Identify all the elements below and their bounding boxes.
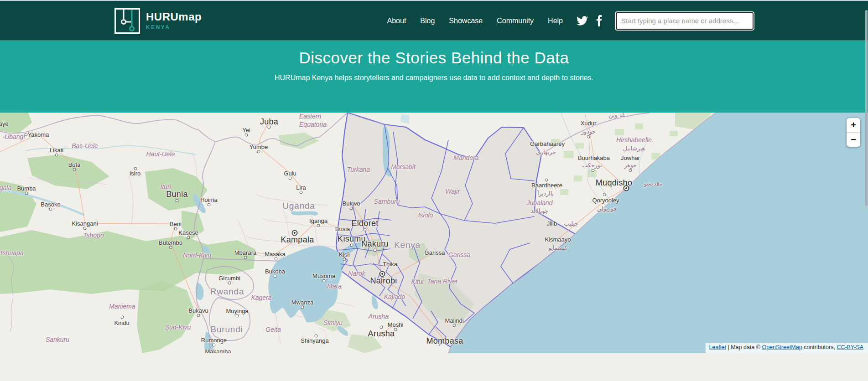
search-input[interactable] bbox=[616, 12, 754, 30]
cc-by-sa-link[interactable]: CC-BY-SA bbox=[837, 344, 863, 350]
brand-subtitle: KENYA bbox=[146, 24, 202, 31]
hurumap-logo-icon bbox=[114, 8, 140, 34]
map-zoom-control: + − bbox=[847, 118, 860, 147]
hero-title: Discover the Stories Behind the Data bbox=[0, 49, 868, 67]
hero-subtitle: HURUmap Kenya helps storytellers and cam… bbox=[0, 74, 868, 82]
attribution-text: | Map data © bbox=[726, 344, 762, 350]
main-nav: About Blog Showcase Community Help bbox=[387, 17, 563, 25]
facebook-icon[interactable] bbox=[596, 15, 602, 26]
openstreetmap-link[interactable]: OpenStreetMap bbox=[762, 344, 802, 350]
attribution-text: contributors, bbox=[802, 344, 837, 350]
nav-link-blog[interactable]: Blog bbox=[420, 17, 435, 25]
nav-link-showcase[interactable]: Showcase bbox=[449, 17, 483, 25]
brand[interactable]: HURUmap KENYA bbox=[114, 8, 202, 34]
nav-link-community[interactable]: Community bbox=[497, 17, 534, 25]
leaflet-link[interactable]: Leaflet bbox=[709, 344, 726, 350]
scrollbar-thumb[interactable] bbox=[865, 10, 868, 206]
hero: Discover the Stories Behind the Data HUR… bbox=[0, 41, 868, 113]
map-attribution: Leaflet | Map data © OpenStreetMap contr… bbox=[706, 343, 868, 353]
navbar: HURUmap KENYA About Blog Showcase Commun… bbox=[0, 1, 868, 41]
twitter-icon[interactable] bbox=[577, 15, 588, 26]
zoom-out-button[interactable]: − bbox=[847, 132, 860, 147]
zoom-in-button[interactable]: + bbox=[847, 118, 860, 132]
nav-link-help[interactable]: Help bbox=[548, 17, 563, 25]
nav-link-about[interactable]: About bbox=[387, 17, 406, 25]
search-wrap bbox=[616, 12, 754, 30]
brand-title: HURUmap bbox=[146, 11, 202, 22]
leaflet-map[interactable]: ayeYakoma-UbangiBas-UeleLikatiButaHaut-U… bbox=[0, 113, 868, 353]
basemap-tiles bbox=[0, 113, 868, 353]
social-links bbox=[577, 15, 602, 26]
page-scrollbar bbox=[864, 0, 868, 381]
